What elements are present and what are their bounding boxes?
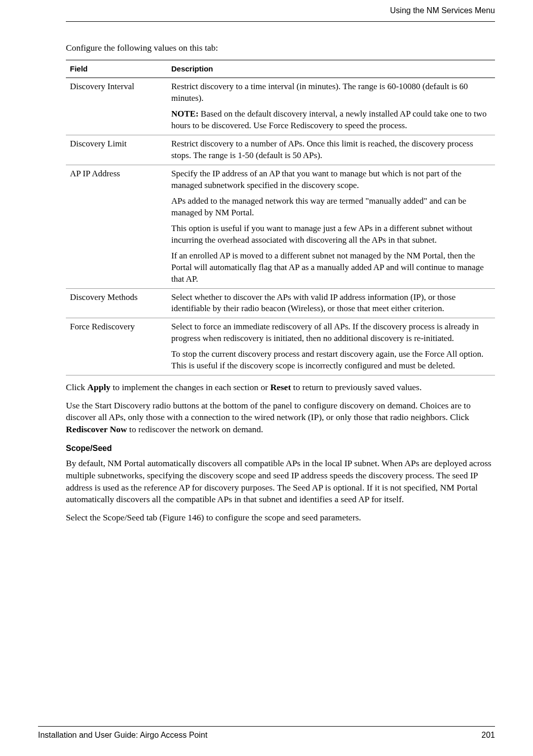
description-cell: Restrict discovery to a number of APs. O… [167, 135, 495, 165]
description-cell: Specify the IP address of an AP that you… [167, 165, 495, 288]
description-paragraph: NOTE: Based on the default discovery int… [171, 108, 491, 132]
table-row: Discovery LimitRestrict discovery to a n… [66, 135, 495, 165]
footer-page-number: 201 [481, 730, 495, 741]
field-cell: Discovery Interval [66, 78, 167, 135]
table-row: AP IP AddressSpecify the IP address of a… [66, 165, 495, 288]
table-row: Force RediscoverySelect to force an imme… [66, 318, 495, 375]
description-cell: Select to force an immediate rediscovery… [167, 318, 495, 375]
note-prefix: NOTE: [171, 109, 201, 119]
table-header-field: Field [66, 60, 167, 78]
description-cell: Restrict discovery to a time interval (i… [167, 78, 495, 135]
scope-seed-para2: Select the Scope/Seed tab (Figure 146) t… [66, 512, 495, 524]
description-paragraph: Restrict discovery to a number of APs. O… [171, 138, 491, 162]
page-header: Using the NM Services Menu [66, 5, 495, 22]
footer-left: Installation and User Guide: Airgo Acces… [38, 730, 207, 741]
section-title: Using the NM Services Menu [390, 6, 495, 15]
description-paragraph: If an enrolled AP is moved to a differen… [171, 250, 491, 285]
table-row: Discovery MethodsSelect whether to disco… [66, 288, 495, 318]
field-cell: Discovery Methods [66, 288, 167, 318]
apply-reset-paragraph: Click Apply to implement the changes in … [66, 382, 495, 394]
rediscover-now-bold: Rediscover Now [66, 424, 127, 434]
intro-text: Configure the following values on this t… [66, 42, 495, 54]
field-description-table: Field Description Discovery IntervalRest… [66, 60, 495, 375]
start-discovery-paragraph: Use the Start Discovery radio buttons at… [66, 400, 495, 436]
apply-bold: Apply [87, 382, 110, 392]
description-paragraph: APs added to the managed network this wa… [171, 196, 491, 219]
description-paragraph: Restrict discovery to a time interval (i… [171, 81, 491, 104]
description-paragraph: Select whether to discover the APs with … [171, 292, 491, 315]
page-footer: Installation and User Guide: Airgo Acces… [38, 726, 495, 741]
description-paragraph: This option is useful if you want to man… [171, 223, 491, 246]
scope-seed-heading: Scope/Seed [66, 443, 495, 454]
table-header-description: Description [167, 60, 495, 78]
field-cell: Discovery Limit [66, 135, 167, 165]
table-body: Discovery IntervalRestrict discovery to … [66, 78, 495, 375]
table-row: Discovery IntervalRestrict discovery to … [66, 78, 495, 135]
reset-bold: Reset [270, 382, 291, 392]
description-paragraph: Select to force an immediate rediscovery… [171, 321, 491, 345]
description-paragraph: Specify the IP address of an AP that you… [171, 168, 491, 192]
field-cell: Force Rediscovery [66, 318, 167, 375]
field-cell: AP IP Address [66, 165, 167, 288]
scope-seed-para1: By default, NM Portal automatically disc… [66, 458, 495, 506]
description-paragraph: To stop the current discovery process an… [171, 349, 491, 372]
description-cell: Select whether to discover the APs with … [167, 288, 495, 318]
